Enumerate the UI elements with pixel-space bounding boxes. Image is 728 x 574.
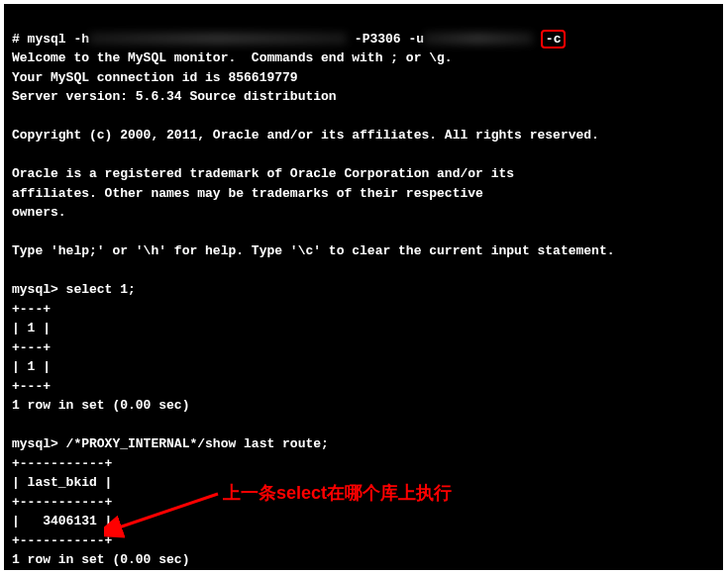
query1-result: 1 row in set (0.00 sec) bbox=[12, 398, 189, 413]
welcome-line-2: Your MySQL connection id is 856619779 bbox=[12, 70, 298, 85]
welcome-line-3: Server version: 5.6.34 Source distributi… bbox=[12, 89, 337, 104]
shell-prompt: # mysql -h -P3306 -u -c bbox=[12, 32, 566, 47]
query2-result: 1 row in set (0.00 sec) bbox=[12, 552, 189, 567]
annotation-text: 上一条select在哪个库上执行 bbox=[223, 481, 452, 505]
welcome-line-1: Welcome to the MySQL monitor. Commands e… bbox=[12, 50, 453, 65]
query1-sep-mid: +---+ bbox=[12, 340, 51, 355]
query2-sep-mid: +-----------+ bbox=[12, 495, 112, 510]
query1-sep-bot: +---+ bbox=[12, 379, 51, 394]
query1-value: | 1 | bbox=[12, 359, 51, 374]
trademark-line-1: Oracle is a registered trademark of Orac… bbox=[12, 166, 514, 181]
query1-sep-top: +---+ bbox=[12, 302, 51, 317]
trademark-line-2: affiliates. Other names may be trademark… bbox=[12, 186, 483, 201]
redacted-host bbox=[89, 33, 347, 45]
query2-header: | last_bkid | bbox=[12, 475, 112, 490]
query1-line: mysql> select 1; bbox=[12, 282, 136, 297]
query1-header: | 1 | bbox=[12, 321, 51, 335]
query2-value: | 3406131 | bbox=[12, 514, 112, 528]
help-line: Type 'help;' or '\h' for help. Type '\c'… bbox=[12, 243, 615, 258]
query2-sep-bot: +-----------+ bbox=[12, 533, 112, 548]
highlighted-flag: -c bbox=[541, 30, 567, 49]
query2-line: mysql> /*PROXY_INTERNAL*/show last route… bbox=[12, 436, 329, 451]
trademark-line-3: owners. bbox=[12, 205, 66, 220]
query2-sep-top: +-----------+ bbox=[12, 456, 112, 471]
copyright-line: Copyright (c) 2000, 2011, Oracle and/or … bbox=[12, 128, 599, 143]
redacted-user bbox=[424, 33, 533, 45]
